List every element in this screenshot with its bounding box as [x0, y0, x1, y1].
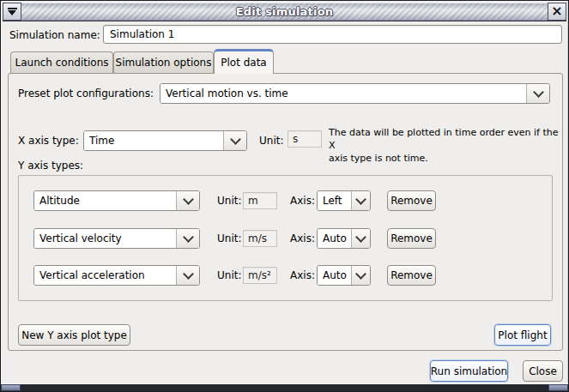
axis-label: Axis:: [290, 228, 315, 249]
y-axis-type-select[interactable]: Vertical velocity: [33, 228, 200, 249]
x-axis-type-value: Time: [84, 131, 223, 150]
simulation-name-input[interactable]: Simulation 1: [103, 25, 562, 44]
x-axis-type-label: X axis type:: [18, 130, 79, 151]
y-axis-type-value: Vertical acceleration: [34, 266, 176, 285]
window-menu-icon: [8, 8, 17, 16]
run-simulation-button[interactable]: Run simulation: [430, 360, 508, 382]
unit-label: Unit:: [217, 190, 241, 211]
title-bar: Edit simulation ×: [3, 3, 566, 21]
window-title: Edit simulation: [236, 5, 333, 18]
x-axis-unit-label: Unit:: [259, 130, 283, 151]
new-y-axis-label: New Y axis plot type: [21, 329, 127, 341]
close-icon: ×: [551, 4, 562, 18]
y-axis-type-value: Altitude: [34, 191, 176, 210]
close-button[interactable]: Close: [523, 360, 563, 382]
axis-select[interactable]: Left: [317, 190, 371, 211]
plot-flight-button[interactable]: Plot flight: [494, 324, 551, 346]
axis-value: Auto: [318, 229, 351, 248]
remove-label: Remove: [390, 195, 433, 207]
new-y-axis-plot-type-button[interactable]: New Y axis plot type: [18, 324, 130, 346]
x-axis-type-select[interactable]: Time: [83, 130, 247, 151]
chevron-down-icon: [223, 131, 246, 150]
title-drag-area[interactable]: Edit simulation: [21, 3, 548, 21]
preset-configurations-label: Preset plot configurations:: [18, 83, 154, 104]
preset-configurations-select[interactable]: Vertical motion vs. time: [160, 83, 550, 104]
tab-label: Plot data: [221, 57, 266, 69]
unit-value: m: [243, 192, 277, 209]
remove-label: Remove: [390, 269, 433, 281]
tab-label: Simulation options: [116, 57, 212, 69]
chevron-down-icon: [526, 84, 549, 103]
remove-button[interactable]: Remove: [387, 190, 436, 211]
y-axis-types-label: Y axis types:: [18, 157, 83, 174]
note-line: axis type is not time.: [329, 152, 562, 165]
plot-flight-label: Plot flight: [498, 329, 547, 341]
x-axis-unit-value: s: [288, 130, 322, 148]
chevron-down-icon: [351, 191, 370, 210]
close-label: Close: [529, 365, 557, 377]
resize-corner-left[interactable]: [1, 384, 21, 391]
chevron-down-icon: [176, 266, 199, 285]
unit-label: Unit:: [217, 228, 241, 249]
edit-simulation-dialog: Edit simulation × Simulation name: Simul…: [0, 0, 569, 392]
run-simulation-label: Run simulation: [431, 365, 507, 377]
unit-value: m/s²: [243, 267, 277, 284]
y-axis-type-value: Vertical velocity: [34, 229, 176, 248]
tab-label: Launch conditions: [15, 57, 108, 69]
y-axis-type-select[interactable]: Altitude: [33, 190, 200, 211]
y-axis-type-select[interactable]: Vertical acceleration: [33, 265, 200, 286]
chevron-down-icon: [176, 191, 199, 210]
y-axis-row-1: Altitude Unit: m Axis: Left Remove: [1, 190, 569, 211]
resize-corner-right[interactable]: [548, 384, 568, 391]
chevron-down-icon: [351, 266, 370, 285]
remove-button[interactable]: Remove: [387, 265, 436, 286]
tab-launch-conditions[interactable]: Launch conditions: [10, 51, 113, 73]
chevron-down-icon: [176, 229, 199, 248]
axis-label: Axis:: [290, 190, 315, 211]
axis-value: Auto: [318, 266, 351, 285]
tab-simulation-options[interactable]: Simulation options: [113, 51, 214, 73]
unit-label: Unit:: [217, 265, 241, 286]
window-bottom-frame: [1, 383, 568, 391]
y-axis-row-2: Vertical velocity Unit: m/s Axis: Auto R…: [1, 228, 569, 249]
preset-configurations-value: Vertical motion vs. time: [160, 84, 526, 103]
window-menu-button[interactable]: [3, 3, 21, 21]
simulation-name-label: Simulation name:: [9, 25, 100, 45]
remove-label: Remove: [390, 232, 433, 244]
simulation-name-value: Simulation 1: [110, 28, 174, 40]
tab-plot-data[interactable]: Plot data: [214, 49, 274, 74]
axis-value: Left: [318, 191, 351, 210]
axis-select[interactable]: Auto: [317, 228, 371, 249]
close-window-button[interactable]: ×: [548, 3, 566, 21]
unit-value: m/s: [243, 230, 277, 247]
remove-button[interactable]: Remove: [387, 228, 436, 249]
y-axis-row-3: Vertical acceleration Unit: m/s² Axis: A…: [1, 265, 569, 286]
chevron-down-icon: [351, 229, 370, 248]
axis-select[interactable]: Auto: [317, 265, 371, 286]
axis-label: Axis:: [290, 265, 315, 286]
